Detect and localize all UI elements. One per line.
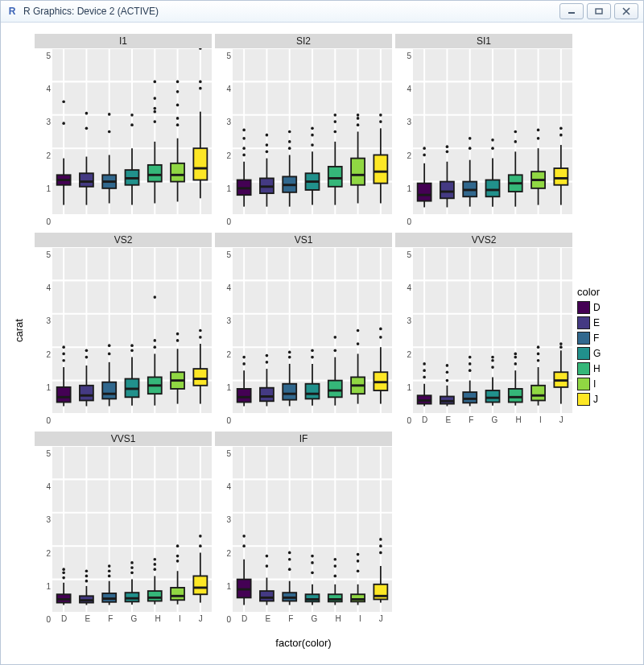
facet-VVS1: VVS1012345DEFGHIJ xyxy=(35,432,212,627)
window-title: R Graphics: Device 2 (ACTIVE) xyxy=(23,6,559,17)
svg-point-438 xyxy=(266,564,269,568)
svg-rect-41 xyxy=(148,165,162,182)
svg-point-119 xyxy=(357,114,360,117)
svg-rect-159 xyxy=(486,180,500,197)
svg-rect-449 xyxy=(306,594,320,601)
svg-point-413 xyxy=(199,544,202,547)
svg-point-387 xyxy=(108,564,111,568)
plot-area: carat I1012345DEFGHIJSI2012345DEFGHIJSI1… xyxy=(6,34,572,658)
facet-IF: IF012345DEFGHIJ xyxy=(215,432,392,627)
facet-VS2: VS2012345DEFGHIJ xyxy=(35,233,212,428)
svg-point-286 xyxy=(357,329,360,332)
facet-header: VVS1 xyxy=(35,432,212,446)
svg-rect-209 xyxy=(102,382,116,399)
y-ticks: 012345 xyxy=(35,446,52,627)
app-window: R R Graphics: Device 2 (ACTIVE) carat I1… xyxy=(0,0,644,665)
svg-point-155 xyxy=(469,147,472,150)
svg-point-111 xyxy=(334,120,337,123)
legend-item-F: F xyxy=(577,332,601,345)
legend-label: E xyxy=(593,317,600,328)
svg-rect-0 xyxy=(568,12,575,14)
svg-rect-177 xyxy=(554,168,568,185)
facet-VS1: VS1012345DEFGHIJ xyxy=(215,233,392,428)
svg-point-466 xyxy=(357,560,360,563)
svg-point-280 xyxy=(334,336,337,339)
svg-point-255 xyxy=(242,362,246,366)
svg-point-198 xyxy=(62,359,65,362)
svg-rect-1 xyxy=(596,9,602,14)
svg-point-371 xyxy=(62,576,65,580)
svg-point-105 xyxy=(311,126,314,130)
minimize-button[interactable] xyxy=(559,3,584,19)
svg-point-312 xyxy=(423,362,426,366)
svg-point-444 xyxy=(288,568,291,571)
svg-point-345 xyxy=(537,359,540,362)
svg-point-473 xyxy=(379,544,382,547)
facet-header: SI2 xyxy=(215,34,392,48)
chart-panel xyxy=(52,247,212,414)
svg-point-91 xyxy=(266,134,269,137)
svg-point-230 xyxy=(176,339,180,342)
svg-point-19 xyxy=(62,122,65,125)
chart-panel xyxy=(52,446,212,613)
facet-header: SI1 xyxy=(395,34,572,48)
chart-panel xyxy=(233,247,392,414)
svg-rect-336 xyxy=(509,389,522,403)
facet-SI2: SI2012345DEFGHIJ xyxy=(215,34,392,229)
facet-header: I1 xyxy=(35,34,212,48)
svg-point-311 xyxy=(423,369,426,372)
svg-point-347 xyxy=(537,345,540,349)
svg-point-291 xyxy=(379,336,382,339)
svg-point-124 xyxy=(379,120,382,123)
svg-point-217 xyxy=(130,349,134,352)
svg-point-31 xyxy=(108,130,111,134)
svg-point-453 xyxy=(311,555,314,558)
svg-point-180 xyxy=(559,126,563,130)
svg-rect-59 xyxy=(193,148,207,180)
svg-point-326 xyxy=(469,356,472,359)
svg-point-460 xyxy=(334,558,337,561)
svg-rect-203 xyxy=(80,386,93,401)
svg-point-452 xyxy=(311,561,314,564)
svg-point-211 xyxy=(108,353,111,356)
svg-point-125 xyxy=(379,114,382,117)
svg-point-451 xyxy=(311,571,314,574)
legend-label: J xyxy=(593,394,598,405)
legend-swatch-icon xyxy=(577,362,590,375)
svg-rect-456 xyxy=(328,594,342,601)
y-ticks: 012345 xyxy=(215,446,233,627)
svg-point-346 xyxy=(537,353,540,356)
x-ticks: DEFGHIJ xyxy=(413,414,572,428)
legend-swatch-icon xyxy=(577,347,590,360)
svg-point-262 xyxy=(266,354,269,357)
svg-point-340 xyxy=(514,353,518,356)
restore-button[interactable] xyxy=(587,3,611,19)
legend-swatch-icon xyxy=(577,301,590,314)
svg-rect-329 xyxy=(486,390,500,402)
svg-point-143 xyxy=(423,154,426,157)
titlebar[interactable]: R R Graphics: Device 2 (ACTIVE) xyxy=(1,1,643,23)
svg-point-25 xyxy=(85,126,89,130)
y-ticks: 012345 xyxy=(395,48,413,229)
plot-content: carat I1012345DEFGHIJSI2012345DEFGHIJSI1… xyxy=(1,23,643,664)
svg-point-104 xyxy=(311,134,314,137)
svg-point-96 xyxy=(288,147,291,150)
legend-swatch-icon xyxy=(577,378,590,390)
svg-rect-253 xyxy=(237,389,251,403)
svg-point-46 xyxy=(154,97,157,100)
svg-point-414 xyxy=(199,535,202,538)
svg-point-37 xyxy=(130,123,134,126)
svg-point-325 xyxy=(469,362,472,366)
svg-point-279 xyxy=(334,349,337,352)
svg-point-401 xyxy=(154,558,157,561)
y-ticks: 012345 xyxy=(215,48,233,229)
svg-point-82 xyxy=(242,147,246,150)
svg-point-331 xyxy=(491,366,494,369)
svg-point-465 xyxy=(357,569,360,572)
legend-title: color xyxy=(577,286,601,298)
svg-point-372 xyxy=(62,571,65,574)
svg-point-167 xyxy=(514,140,518,143)
svg-rect-234 xyxy=(193,369,207,386)
close-button[interactable] xyxy=(614,3,638,19)
svg-point-292 xyxy=(379,328,382,331)
